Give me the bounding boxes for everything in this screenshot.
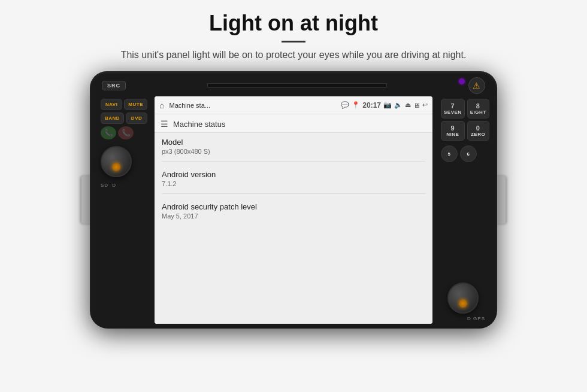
hamburger-icon[interactable]: ☰ [161, 119, 168, 129]
android-version-value: 7.1.2 [162, 180, 425, 187]
d-label: D [112, 183, 116, 188]
back-icon: ↩ [422, 101, 428, 109]
message-icon: 💬 [341, 101, 349, 109]
left-button-group: NAVI MUTE BAND DVD 📞 📞 [101, 99, 147, 139]
band-dvd-pair: BAND DVD [101, 113, 147, 124]
six-button[interactable]: 6 [460, 145, 477, 162]
head-unit: SRC ⚠ NAVI MUTE BAND DVD [90, 71, 497, 329]
page-subtitle: This unit's panel light will be on to pr… [121, 50, 467, 60]
sd-labels: SD D [101, 183, 147, 188]
five-button[interactable]: 5 [441, 145, 458, 162]
right-panel: 7SEVEN 8EIGHT 9NINE 0ZERO 5 6 D GPS [436, 96, 490, 324]
right-bottom: D GPS [441, 278, 485, 321]
purple-indicator [459, 78, 465, 84]
screen-icon: 🖥 [413, 102, 420, 109]
title-divider [282, 41, 305, 42]
src-button[interactable]: SRC [102, 81, 126, 90]
alert-button[interactable]: ⚠ [468, 77, 485, 94]
status-icons: 💬 📍 20:17 📷 🔈 ⏏ 🖥 ↩ [341, 101, 428, 110]
nine-button[interactable]: 9NINE [441, 121, 465, 141]
home-icon[interactable]: ⌂ [159, 101, 164, 110]
sd-label: SD [101, 183, 108, 188]
volume-icon: 🔈 [394, 101, 403, 109]
left-panel: NAVI MUTE BAND DVD 📞 📞 SD D [97, 96, 151, 324]
status-bar: ⌂ Machine sta... 💬 📍 20:17 📷 🔈 ⏏ 🖥 ↩ [155, 96, 432, 114]
navi-mute-pair: NAVI MUTE [101, 99, 147, 110]
top-strip: SRC ⚠ [95, 77, 492, 94]
android-version-label: Android version [162, 170, 425, 179]
android-screen: ⌂ Machine sta... 💬 📍 20:17 📷 🔈 ⏏ 🖥 ↩ [155, 96, 432, 324]
main-body: NAVI MUTE BAND DVD 📞 📞 SD D [95, 96, 492, 324]
camera-icon: 📷 [383, 101, 392, 109]
band-button[interactable]: BAND [101, 113, 124, 124]
model-value: px3 (800x480 S) [162, 148, 425, 155]
model-label: Model [162, 138, 425, 147]
right-knob[interactable] [447, 282, 479, 314]
info-item-android-version: Android version 7.1.2 [162, 170, 425, 194]
call-buttons: 📞 📞 [101, 126, 147, 139]
small-buttons-row: 5 6 [441, 145, 485, 162]
cd-slot [207, 83, 387, 88]
machine-status-body: Model px3 (800x480 S) Android version 7.… [155, 133, 432, 324]
status-app-name: Machine sta... [169, 102, 338, 109]
call-answer-button[interactable]: 📞 [101, 126, 116, 139]
info-item-security-patch: Android security patch level May 5, 2017 [162, 202, 425, 226]
machine-status-title: Machine status [173, 120, 225, 129]
status-time: 20:17 [362, 101, 381, 110]
left-knob[interactable] [101, 146, 132, 177]
eject-icon: ⏏ [405, 101, 411, 109]
screen-container: ⌂ Machine sta... 💬 📍 20:17 📷 🔈 ⏏ 🖥 ↩ [155, 96, 432, 324]
location-icon: 📍 [352, 101, 360, 109]
dvd-button[interactable]: DVD [126, 113, 147, 124]
head-unit-wrapper: SRC ⚠ NAVI MUTE BAND DVD [90, 71, 497, 329]
mute-button[interactable]: MUTE [124, 99, 147, 110]
navi-button[interactable]: NAVI [101, 99, 122, 110]
call-end-button[interactable]: 📞 [118, 126, 134, 139]
security-patch-value: May 5, 2017 [162, 212, 425, 220]
number-grid: 7SEVEN 8EIGHT 9NINE 0ZERO [441, 99, 485, 141]
eight-button[interactable]: 8EIGHT [467, 99, 489, 118]
page-title: Light on at night [209, 11, 378, 36]
right-top: 7SEVEN 8EIGHT 9NINE 0ZERO 5 6 [441, 99, 485, 162]
gps-label: D GPS [467, 316, 485, 321]
seven-button[interactable]: 7SEVEN [441, 99, 465, 118]
zero-button[interactable]: 0ZERO [467, 121, 489, 141]
info-item-model: Model px3 (800x480 S) [162, 138, 425, 162]
security-patch-label: Android security patch level [162, 202, 425, 211]
machine-status-header: ☰ Machine status [155, 114, 432, 133]
